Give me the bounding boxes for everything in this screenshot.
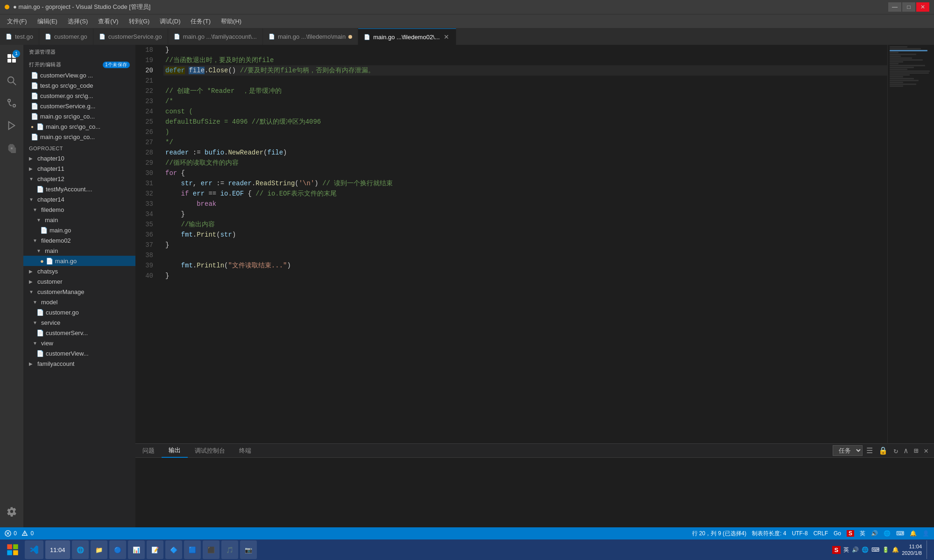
panel-tab-debug[interactable]: 调试控制台 bbox=[188, 444, 232, 458]
tab-main-filedemo02[interactable]: 📄 main.go ...\filedemo02\... ✕ bbox=[358, 28, 456, 45]
menu-select[interactable]: 选择(S) bbox=[63, 15, 92, 28]
open-file-customerview[interactable]: 📄 customerView.go ... bbox=[23, 70, 135, 80]
status-encoding[interactable]: UTF-8 bbox=[792, 530, 808, 537]
tray-battery-icon[interactable]: 🔋 bbox=[882, 546, 889, 553]
tab-main-filedemo[interactable]: 📄 main.go ...\filedemo\main bbox=[263, 28, 358, 45]
code-line-37: } bbox=[163, 240, 887, 250]
panel-refresh-icon[interactable]: ↻ bbox=[892, 445, 900, 456]
menu-edit[interactable]: 编辑(E) bbox=[33, 15, 62, 28]
tree-filedemo-main-go[interactable]: 📄 main.go bbox=[23, 225, 135, 235]
panel-split-icon[interactable]: ⊞ bbox=[912, 445, 920, 456]
tray-keyboard-icon[interactable]: ⌨ bbox=[871, 546, 879, 553]
folder-label: filedemo bbox=[41, 206, 64, 213]
status-warnings[interactable]: 0 bbox=[21, 530, 34, 537]
minimize-button[interactable]: — bbox=[888, 2, 901, 12]
taskbar-camera[interactable]: 📷 bbox=[240, 540, 257, 559]
panel-list-icon[interactable]: ☰ bbox=[864, 445, 875, 456]
close-button[interactable]: ✕ bbox=[916, 2, 929, 12]
tree-familyaccount[interactable]: ▶ familyaccount bbox=[23, 358, 135, 369]
minimap-line bbox=[890, 72, 929, 74]
menu-file[interactable]: 文件(F) bbox=[2, 15, 32, 28]
tree-customermanage[interactable]: ▼ customerManage bbox=[23, 287, 135, 297]
tree-filedemo[interactable]: ▼ filedemo bbox=[23, 204, 135, 215]
status-errors[interactable]: 0 bbox=[5, 530, 17, 537]
tab-customer[interactable]: 📄 customer.go bbox=[39, 28, 93, 45]
tree-view-customerview[interactable]: 📄 customerView... bbox=[23, 348, 135, 358]
status-tabsize[interactable]: 制表符长度: 4 bbox=[752, 530, 786, 538]
tray-network-icon[interactable]: 🌐 bbox=[862, 546, 869, 553]
minimap-line bbox=[890, 78, 914, 79]
tray-ime[interactable]: 英 bbox=[843, 546, 849, 554]
status-inputmethod[interactable]: S bbox=[847, 530, 854, 537]
menu-goto[interactable]: 转到(G) bbox=[124, 15, 155, 28]
activity-settings[interactable] bbox=[0, 500, 23, 523]
tree-filedemo-main[interactable]: ▼ main bbox=[23, 215, 135, 225]
tree-filedemo02-main-go[interactable]: ● 📄 main.go bbox=[23, 256, 135, 266]
tree-model-customer[interactable]: 📄 customer.go bbox=[23, 307, 135, 317]
code-line-30: for { bbox=[163, 168, 887, 178]
tab-test[interactable]: 📄 test.go bbox=[0, 28, 39, 45]
panel-tab-problems[interactable]: 问题 bbox=[135, 444, 162, 458]
open-file-customer[interactable]: 📄 customer.go src\g... bbox=[23, 91, 135, 101]
window-controls[interactable]: — □ ✕ bbox=[888, 2, 929, 12]
activity-explorer[interactable]: 1 bbox=[0, 47, 23, 70]
taskbar-vscode[interactable] bbox=[25, 540, 43, 559]
open-file-test[interactable]: 📄 test.go src\go_code bbox=[23, 80, 135, 91]
open-file-customerservice[interactable]: 📄 customerService.g... bbox=[23, 101, 135, 111]
tray-speaker-icon[interactable]: 🔊 bbox=[852, 546, 859, 553]
tree-model[interactable]: ▼ model bbox=[23, 297, 135, 307]
maximize-button[interactable]: □ bbox=[902, 2, 915, 12]
status-ime[interactable]: 英 bbox=[860, 530, 865, 538]
taskbar-browser[interactable]: 🌐 bbox=[72, 540, 89, 559]
taskbar-terminal[interactable]: ⬛ bbox=[203, 540, 219, 559]
code-area[interactable]: 18 19 20 21 22 23 24 25 26 27 28 29 30 3… bbox=[135, 45, 934, 443]
tab-close-button[interactable]: ✕ bbox=[443, 32, 450, 42]
menu-help[interactable]: 帮助(H) bbox=[216, 15, 246, 28]
panel-close-icon[interactable]: ✕ bbox=[922, 445, 930, 456]
menu-debug[interactable]: 调试(D) bbox=[155, 15, 185, 28]
tree-chatsys[interactable]: ▶ chatsys bbox=[23, 266, 135, 276]
tree-chapter14[interactable]: ▼ chapter14 bbox=[23, 194, 135, 204]
panel-tab-terminal[interactable]: 终端 bbox=[232, 444, 258, 458]
tree-chapter12[interactable]: ▼ chapter12 bbox=[23, 174, 135, 184]
taskbar-explorer[interactable]: 📁 bbox=[91, 540, 107, 559]
panel-tab-output[interactable]: 输出 bbox=[162, 444, 188, 458]
status-lineending[interactable]: CRLF bbox=[814, 530, 828, 537]
taskbar-word[interactable]: 📝 bbox=[147, 540, 163, 559]
tray-show-desktop[interactable] bbox=[927, 540, 929, 559]
tree-customer[interactable]: ▶ customer bbox=[23, 276, 135, 287]
activity-search[interactable] bbox=[0, 70, 23, 92]
tree-service-customerserv[interactable]: 📄 customerServ... bbox=[23, 328, 135, 338]
open-file-main1[interactable]: 📄 main.go src\go_co... bbox=[23, 111, 135, 121]
tab-main-familyaccount[interactable]: 📄 main.go ...\familyaccount\... bbox=[168, 28, 263, 45]
activity-extensions[interactable] bbox=[0, 137, 23, 159]
code-content[interactable]: } //当函数退出时，要及时的关闭file defer file.Close()… bbox=[163, 45, 887, 443]
taskbar-excel[interactable]: 📊 bbox=[128, 540, 145, 559]
panel-up-icon[interactable]: ∧ bbox=[902, 445, 910, 456]
taskbar-music[interactable]: 🎵 bbox=[221, 540, 238, 559]
tree-testmyaccount[interactable]: 📄 testMyAccount.... bbox=[23, 184, 135, 194]
tree-view[interactable]: ▼ view bbox=[23, 338, 135, 348]
tray-notification-icon[interactable]: 🔔 bbox=[892, 546, 899, 553]
tree-chapter11[interactable]: ▶ chapter11 bbox=[23, 163, 135, 174]
taskbar-app2[interactable]: 🔷 bbox=[165, 540, 182, 559]
menu-view[interactable]: 查看(V) bbox=[93, 15, 123, 28]
taskbar-app1[interactable]: 🔵 bbox=[109, 540, 126, 559]
activity-debug[interactable] bbox=[0, 114, 23, 137]
status-language[interactable]: Go bbox=[834, 530, 841, 537]
tree-service[interactable]: ▼ service bbox=[23, 317, 135, 328]
task-select[interactable]: 任务 bbox=[833, 445, 863, 456]
status-position[interactable]: 行 20，列 9 (已选择4) bbox=[692, 530, 747, 538]
panel-lock-icon[interactable]: 🔒 bbox=[877, 445, 890, 456]
open-file-main2[interactable]: 📄 main.go src\go_co... bbox=[23, 121, 135, 132]
tree-chapter10[interactable]: ▶ chapter10 bbox=[23, 153, 135, 163]
open-file-main3[interactable]: 📄 main.go src\go_co... bbox=[23, 132, 135, 142]
tree-filedemo02[interactable]: ▼ filedemo02 bbox=[23, 235, 135, 245]
start-button[interactable] bbox=[2, 540, 23, 559]
tab-customerservice[interactable]: 📄 customerService.go bbox=[93, 28, 168, 45]
menu-task[interactable]: 任务(T) bbox=[186, 15, 215, 28]
tray-sougou[interactable]: S bbox=[832, 546, 841, 554]
taskbar-app3[interactable]: 🟦 bbox=[184, 540, 201, 559]
activity-source-control[interactable] bbox=[0, 92, 23, 114]
tree-filedemo02-main[interactable]: ▼ main bbox=[23, 245, 135, 256]
